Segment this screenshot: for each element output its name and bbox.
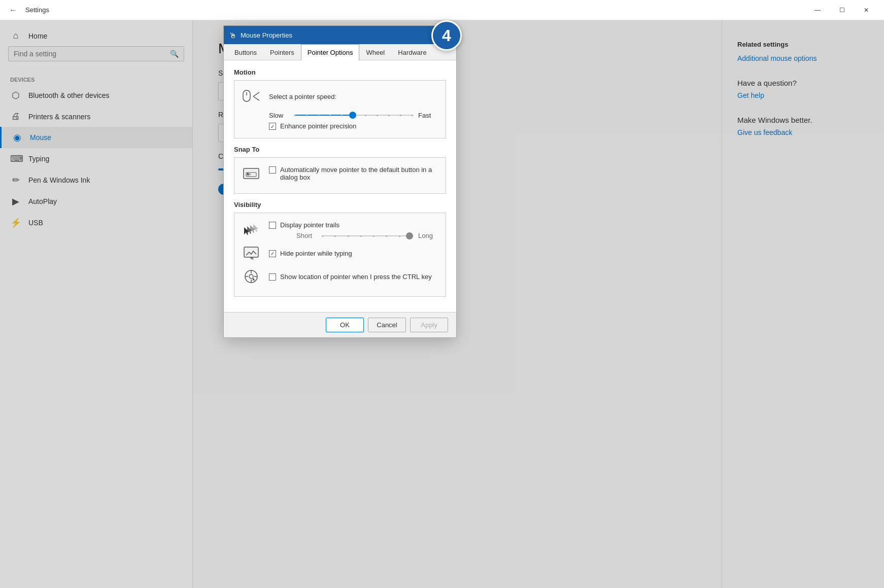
svg-rect-0	[243, 90, 250, 101]
apply-button[interactable]: Apply	[410, 318, 448, 332]
svg-rect-4	[244, 247, 258, 257]
tab-pointer-options[interactable]: Pointer Options	[301, 44, 360, 60]
snap-to-box: Automatically move pointer to the defaul…	[234, 157, 446, 194]
hide-label: Hide pointer while typing	[280, 250, 352, 257]
motion-box: Select a pointer speed: Slow	[234, 80, 446, 139]
tab-pointers[interactable]: Pointers	[263, 44, 301, 60]
dialog-titlebar: 🖱 Mouse Properties ✕	[224, 26, 456, 44]
long-label: Long	[418, 232, 438, 239]
hide-checkbox-row[interactable]: ✓ Hide pointer while typing	[269, 250, 438, 257]
titlebar: ← Settings — ☐ ✕	[0, 0, 884, 20]
close-button[interactable]: ✕	[855, 0, 878, 20]
svg-point-6	[249, 274, 253, 279]
hide-row: ✓ Hide pointer while typing	[242, 244, 438, 263]
trails-slider-container: Short	[296, 232, 438, 239]
minimize-button[interactable]: —	[806, 0, 829, 20]
snap-label: Automatically move pointer to the defaul…	[280, 166, 438, 181]
enhance-label: Enhance pointer precision	[280, 122, 356, 130]
speed-track	[294, 115, 413, 116]
motion-section: Motion Select a pointer speed:	[234, 68, 446, 139]
window-controls: — ☐ ✕	[806, 0, 878, 20]
fast-label: Fast	[418, 112, 438, 119]
slow-label: Slow	[269, 112, 289, 119]
snap-checkbox[interactable]	[269, 166, 276, 174]
ctrl-row: Show location of pointer when I press th…	[242, 267, 438, 286]
trails-checkbox-row[interactable]: Display pointer trails	[269, 221, 438, 229]
visibility-section: Visibility	[234, 201, 446, 297]
visibility-title: Visibility	[234, 201, 446, 209]
trails-slider[interactable]	[322, 235, 413, 236]
speed-slider[interactable]	[294, 110, 413, 120]
trails-thumb[interactable]	[406, 232, 413, 239]
speed-slider-row: Slow	[269, 110, 438, 120]
enhance-checkbox[interactable]: ✓	[269, 123, 276, 130]
trails-checkbox[interactable]	[269, 222, 276, 229]
trails-row: Display pointer trails Short	[242, 219, 438, 239]
motion-title: Motion	[234, 68, 446, 76]
snap-to-title: Snap To	[234, 146, 446, 153]
hide-checkbox[interactable]: ✓	[269, 250, 276, 257]
cancel-button[interactable]: Cancel	[368, 318, 406, 332]
speed-thumb[interactable]	[349, 112, 356, 119]
trails-dots	[322, 235, 413, 237]
trails-label: Display pointer trails	[280, 221, 339, 229]
enhance-row[interactable]: ✓ Enhance pointer precision	[269, 122, 438, 130]
ctrl-checkbox[interactable]	[269, 273, 276, 281]
dialog-tabs: Buttons Pointers Pointer Options Wheel H…	[224, 44, 456, 60]
mouse-properties-dialog: 🖱 Mouse Properties ✕ Buttons Pointers Po…	[223, 25, 457, 338]
short-label: Short	[296, 232, 317, 239]
tab-buttons[interactable]: Buttons	[228, 44, 263, 60]
hide-icon	[242, 244, 261, 263]
dialog-body: Motion Select a pointer speed:	[224, 60, 456, 312]
speed-label-text: Select a pointer speed:	[269, 93, 336, 100]
speed-icon	[242, 87, 261, 106]
ctrl-label: Show location of pointer when I press th…	[280, 273, 432, 281]
tab-hardware[interactable]: Hardware	[391, 44, 433, 60]
maximize-button[interactable]: ☐	[830, 0, 854, 20]
dialog-title: Mouse Properties	[241, 31, 433, 39]
visibility-box: Display pointer trails Short	[234, 213, 446, 297]
ctrl-icon	[242, 267, 261, 286]
trails-icon	[242, 220, 261, 239]
step-badge: 4	[431, 20, 462, 51]
dialog-wrapper: 4 🖱 Mouse Properties ✕ Buttons Pointers …	[223, 25, 457, 338]
dialog-title-icon: 🖱	[229, 31, 236, 40]
snap-icon	[242, 164, 261, 183]
dialog-overlay: 4 🖱 Mouse Properties ✕ Buttons Pointers …	[0, 20, 884, 588]
speed-row: Select a pointer speed:	[242, 87, 438, 106]
ok-button[interactable]: OK	[326, 318, 364, 332]
app-title: Settings	[25, 6, 49, 14]
back-button[interactable]: ←	[6, 3, 20, 17]
ctrl-checkbox-row[interactable]: Show location of pointer when I press th…	[269, 273, 438, 281]
snap-to-section: Snap To	[234, 146, 446, 194]
snap-row: Automatically move pointer to the defaul…	[242, 164, 438, 183]
tab-wheel[interactable]: Wheel	[359, 44, 391, 60]
dialog-footer: OK Cancel Apply	[224, 312, 456, 337]
snap-checkbox-row[interactable]: Automatically move pointer to the defaul…	[269, 166, 438, 181]
